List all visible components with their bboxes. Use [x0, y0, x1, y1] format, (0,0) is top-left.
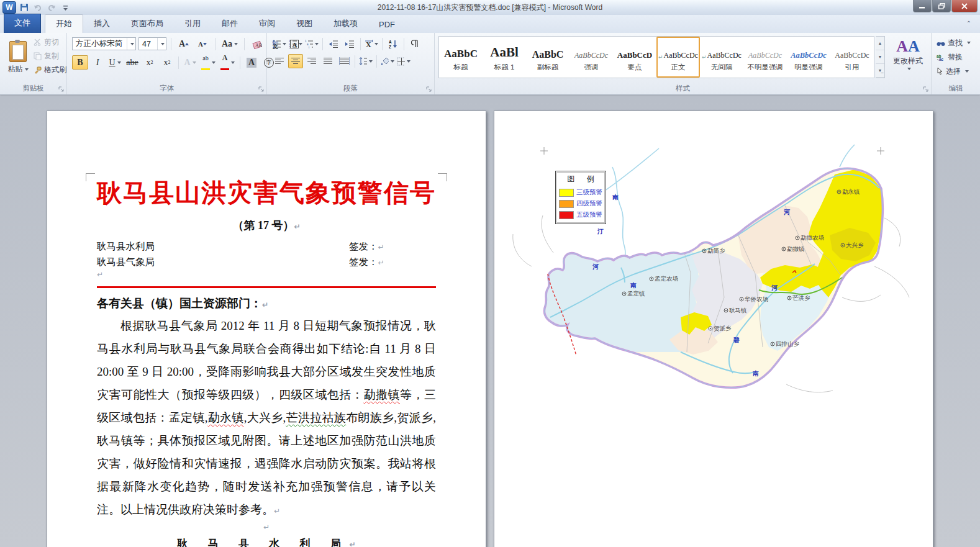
- river-label: 碧: [733, 337, 740, 343]
- line-spacing-icon: [359, 57, 367, 65]
- character-shading-button[interactable]: A: [243, 55, 260, 70]
- align-right-button[interactable]: [304, 54, 319, 68]
- style-scroll-down-icon[interactable]: ▼: [876, 50, 884, 64]
- ribbon-tab-文件[interactable]: 文件: [4, 14, 41, 33]
- restore-button[interactable]: [932, 0, 951, 12]
- style-gallery-expand-icon[interactable]: ▼̲: [876, 64, 884, 78]
- numbering-button[interactable]: 123: [288, 37, 303, 51]
- style-item-副标题[interactable]: AaBbC副标题: [526, 37, 569, 78]
- town-label-大兴乡: 大兴乡: [846, 242, 864, 248]
- paste-button[interactable]: 粘贴: [4, 36, 32, 78]
- sort-button[interactable]: AZ: [386, 37, 401, 51]
- issuer-2: 耿马县气象局: [97, 255, 155, 270]
- justify-button[interactable]: [320, 54, 335, 68]
- multilevel-list-button[interactable]: 1ai: [304, 37, 319, 51]
- ribbon-tab-视图[interactable]: 视图: [286, 15, 323, 33]
- style-item-明显强调[interactable]: AaBbCcDc明显强调: [787, 37, 830, 78]
- svg-text:ac: ac: [939, 57, 944, 61]
- distribute-button[interactable]: [337, 54, 352, 68]
- style-item-强调[interactable]: AaBbCcDc强调: [569, 37, 613, 78]
- ribbon-tab-加载项[interactable]: 加载项: [323, 15, 368, 33]
- town-label-孟定镇: 孟定镇: [627, 290, 645, 297]
- select-button[interactable]: 选择: [937, 66, 971, 77]
- styles-dialog-launcher-icon[interactable]: [923, 86, 930, 93]
- highlight-color-button[interactable]: ab: [199, 55, 217, 70]
- font-dialog-launcher-icon[interactable]: [258, 86, 265, 93]
- scissors-icon: [34, 38, 42, 46]
- decrease-indent-icon: [329, 40, 338, 48]
- ribbon-tab-页面布局[interactable]: 页面布局: [120, 15, 174, 33]
- font-name-combobox[interactable]: 方正小标宋简: [72, 37, 136, 50]
- river-label: 南: [612, 194, 619, 201]
- ribbon-tab-开始[interactable]: 开始: [45, 14, 83, 34]
- town-label-勐简乡: 勐简乡: [707, 247, 725, 254]
- style-item-标题 1[interactable]: AaBl标题 1: [483, 37, 526, 78]
- ribbon-tab-插入[interactable]: 插入: [83, 15, 120, 33]
- spellcheck-flagged-text: 勐撒镇: [363, 388, 400, 401]
- svg-text:3: 3: [289, 45, 291, 48]
- ribbon-tab-PDF[interactable]: PDF: [368, 17, 406, 33]
- numbering-icon: 123: [289, 40, 297, 48]
- style-item-无间隔[interactable]: ↵AaBbCcDc无间隔: [700, 37, 743, 78]
- shrink-font-button[interactable]: A: [194, 37, 211, 51]
- change-styles-button[interactable]: AA 更改样式: [888, 37, 928, 71]
- town-label-华侨农场: 华侨农场: [745, 296, 768, 302]
- style-item-要点[interactable]: AaBbCcD要点: [613, 37, 656, 78]
- format-painter-icon: [34, 66, 42, 74]
- style-item-引用[interactable]: AaBbCcDc引用: [830, 37, 874, 78]
- style-item-不明显强调[interactable]: AaBbCcDc不明显强调: [743, 37, 787, 78]
- replace-button[interactable]: abac 替换: [937, 52, 971, 63]
- document-page-2[interactable]: 勐永镇勐撒农场勐撒镇大兴乡勐简乡孟定农场孟定镇华侨农场耿马镇芒洪乡贺派乡四排山乡…: [494, 111, 933, 547]
- river-label: 河: [592, 263, 599, 270]
- underline-button[interactable]: U: [107, 55, 123, 70]
- ribbon-tab-邮件[interactable]: 邮件: [211, 15, 248, 33]
- ribbon-tab-引用[interactable]: 引用: [174, 15, 211, 33]
- collapse-ribbon-icon[interactable]: ⌃: [964, 19, 974, 28]
- italic-button[interactable]: I: [89, 55, 106, 70]
- subscript-button[interactable]: x2: [142, 55, 158, 70]
- copy-button[interactable]: 复制: [34, 50, 66, 61]
- river-label: 河: [784, 209, 791, 215]
- styles-group-label: 样式: [435, 84, 931, 93]
- format-painter-button[interactable]: 格式刷: [34, 64, 66, 75]
- clipboard-dialog-launcher-icon[interactable]: [58, 86, 65, 93]
- borders-button[interactable]: [396, 54, 411, 68]
- superscript-button[interactable]: x2: [159, 55, 175, 70]
- style-item-标题[interactable]: AaBbC标题: [439, 37, 483, 78]
- sort-icon: AZ: [389, 40, 398, 48]
- style-scroll-up-icon[interactable]: ▲: [876, 37, 884, 50]
- align-left-button[interactable]: [272, 54, 287, 68]
- show-paragraph-marks-button[interactable]: [407, 37, 422, 51]
- style-item-正文[interactable]: ↵AaBbCcDc正文: [656, 37, 700, 78]
- body-text: ,大兴乡,: [244, 411, 286, 424]
- document-page-1[interactable]: 耿马县山洪灾害气象预警信号 （第 17 号）↵ 耿马县水利局签发：↵ 耿马县气象…: [47, 111, 486, 547]
- ribbon-tab-审阅[interactable]: 审阅: [248, 15, 286, 33]
- word-window: { "window": { "title": "2012-11-08 16-17…: [0, 0, 980, 547]
- find-button[interactable]: 查找: [937, 37, 971, 48]
- phonetic-guide-button[interactable]: AB: [249, 37, 265, 51]
- clipboard-group-label: 剪贴板: [0, 84, 66, 93]
- cut-button[interactable]: 剪切: [34, 37, 66, 48]
- decrease-indent-button[interactable]: [326, 37, 341, 51]
- asian-layout-button[interactable]: X: [364, 37, 379, 51]
- document-area[interactable]: 耿马县山洪灾害气象预警信号 （第 17 号）↵ 耿马县水利局签发：↵ 耿马县气象…: [0, 96, 980, 547]
- paragraph-dialog-launcher-icon[interactable]: [426, 86, 433, 93]
- minimize-button[interactable]: [913, 0, 932, 12]
- river-label: 河: [771, 284, 778, 291]
- styles-group: AaBbC标题AaBl标题 1AaBbC副标题AaBbCcDc强调AaBbCcD…: [435, 33, 932, 94]
- font-color-button[interactable]: A: [219, 55, 237, 70]
- style-gallery-scroll: ▲ ▼ ▼̲: [876, 36, 885, 78]
- align-center-button[interactable]: [288, 54, 303, 68]
- strikethrough-button[interactable]: abe: [124, 55, 140, 70]
- change-styles-icon: AA: [896, 37, 920, 56]
- bold-button[interactable]: B: [72, 55, 88, 70]
- increase-indent-button[interactable]: [342, 37, 357, 51]
- close-button[interactable]: [951, 0, 978, 12]
- grow-font-button[interactable]: A: [176, 37, 192, 51]
- change-case-button[interactable]: Aa: [220, 37, 240, 51]
- bullets-button[interactable]: [272, 37, 287, 51]
- text-effects-button[interactable]: A: [182, 55, 198, 70]
- line-spacing-button[interactable]: [358, 54, 373, 68]
- shading-button[interactable]: [380, 54, 395, 68]
- font-size-combobox[interactable]: 47: [138, 37, 166, 50]
